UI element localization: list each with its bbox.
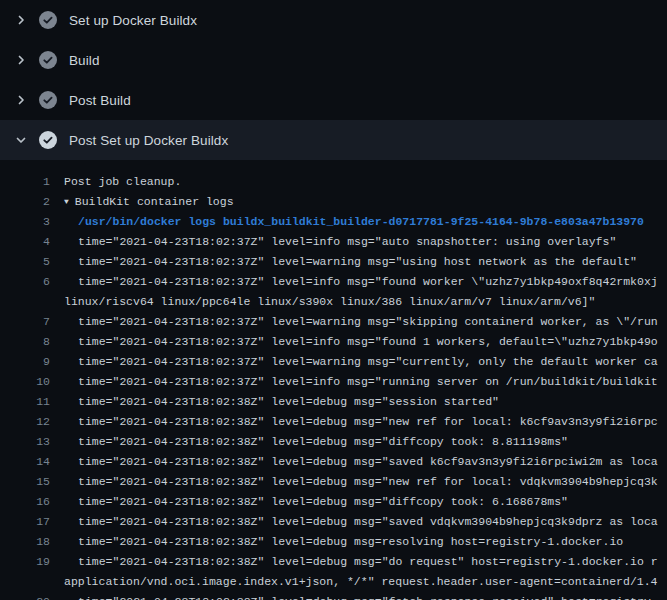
log-line: 14time="2021-04-23T18:02:38Z" level=debu…: [0, 452, 667, 472]
group-expander-icon[interactable]: ▼: [64, 192, 69, 212]
log-line-number[interactable]: 8: [0, 332, 50, 352]
log-text: time="2021-04-23T18:02:38Z" level=debug …: [78, 532, 623, 552]
log-text: time="2021-04-23T18:02:37Z" level=info m…: [78, 332, 658, 352]
step-label: Post Set up Docker Buildx: [69, 133, 228, 148]
log-text-value: /usr/bin/docker logs buildx_buildkit_bui…: [78, 215, 644, 228]
log-text-value: time="2021-04-23T18:02:37Z" level=info m…: [78, 235, 616, 248]
log-line-number[interactable]: 4: [0, 232, 50, 252]
log-text-value: time="2021-04-23T18:02:37Z" level=info m…: [78, 375, 658, 388]
log-text-value: time="2021-04-23T18:02:38Z" level=debug …: [78, 595, 658, 600]
log-line: 12time="2021-04-23T18:02:38Z" level=debu…: [0, 412, 667, 432]
log-text-value: time="2021-04-23T18:02:37Z" level=warnin…: [78, 255, 637, 268]
log-text-value: time="2021-04-23T18:02:37Z" level=warnin…: [78, 315, 658, 328]
log-line-number[interactable]: 13: [0, 432, 50, 452]
log-text: Post job cleanup.: [64, 172, 181, 192]
log-text-value: application/vnd.oci.image.index.v1+json,…: [64, 575, 658, 588]
log-text: time="2021-04-23T18:02:37Z" level=info m…: [78, 372, 658, 392]
log-text: linux/riscv64 linux/ppc64le linux/s390x …: [64, 292, 595, 312]
log-text: time="2021-04-23T18:02:37Z" level=warnin…: [78, 352, 658, 372]
log-line-number: [0, 292, 50, 312]
log-text-value: BuildKit container logs: [75, 195, 234, 208]
step-row-build[interactable]: Build: [0, 40, 667, 80]
log-text-value: time="2021-04-23T18:02:38Z" level=debug …: [78, 515, 658, 528]
log-text-value: time="2021-04-23T18:02:38Z" level=debug …: [78, 435, 568, 448]
check-circle-icon: [39, 11, 57, 29]
log-text: ▼BuildKit container logs: [64, 192, 234, 212]
log-line: 18time="2021-04-23T18:02:38Z" level=debu…: [0, 532, 667, 552]
log-line: 4time="2021-04-23T18:02:37Z" level=info …: [0, 232, 667, 252]
log-line-number[interactable]: 20: [0, 592, 50, 600]
log-line: 8time="2021-04-23T18:02:37Z" level=info …: [0, 332, 667, 352]
check-circle-icon: [39, 131, 57, 149]
step-label: Build: [69, 53, 100, 68]
log-line: 2▼BuildKit container logs: [0, 192, 667, 212]
log-text: time="2021-04-23T18:02:38Z" level=debug …: [78, 412, 658, 432]
log-line-continuation: linux/riscv64 linux/ppc64le linux/s390x …: [0, 292, 667, 312]
steps-list: Set up Docker BuildxBuildPost BuildPost …: [0, 0, 667, 160]
log-line-number: [0, 572, 50, 592]
log-line-number[interactable]: 1: [0, 172, 50, 192]
log-line: 1Post job cleanup.: [0, 172, 667, 192]
chevron-right-icon: [13, 92, 29, 108]
log-line: 11time="2021-04-23T18:02:38Z" level=debu…: [0, 392, 667, 412]
log-text: time="2021-04-23T18:02:38Z" level=debug …: [78, 472, 658, 492]
log-text-value: time="2021-04-23T18:02:37Z" level=info m…: [78, 275, 658, 288]
log-line-number[interactable]: 7: [0, 312, 50, 332]
log-line: 7time="2021-04-23T18:02:37Z" level=warni…: [0, 312, 667, 332]
log-command-text: /usr/bin/docker logs buildx_buildkit_bui…: [78, 212, 644, 232]
log-text-value: linux/riscv64 linux/ppc64le linux/s390x …: [64, 295, 595, 308]
log-text: application/vnd.oci.image.index.v1+json,…: [64, 572, 658, 592]
log-text: time="2021-04-23T18:02:37Z" level=info m…: [78, 272, 658, 292]
chevron-right-icon: [13, 52, 29, 68]
log-text-value: time="2021-04-23T18:02:37Z" level=warnin…: [78, 355, 658, 368]
log-line-number[interactable]: 3: [0, 212, 50, 232]
log-line-number[interactable]: 10: [0, 372, 50, 392]
actions-log-page: Set up Docker BuildxBuildPost BuildPost …: [0, 0, 667, 600]
log-line-number[interactable]: 2: [0, 192, 50, 212]
log-text: time="2021-04-23T18:02:38Z" level=debug …: [78, 432, 568, 452]
log-text-value: time="2021-04-23T18:02:38Z" level=debug …: [78, 555, 658, 568]
log-text: time="2021-04-23T18:02:38Z" level=debug …: [78, 492, 568, 512]
log-text: time="2021-04-23T18:02:37Z" level=info m…: [78, 232, 616, 252]
log-line: 5time="2021-04-23T18:02:37Z" level=warni…: [0, 252, 667, 272]
log-text-value: time="2021-04-23T18:02:38Z" level=debug …: [78, 535, 623, 548]
log-line: 17time="2021-04-23T18:02:38Z" level=debu…: [0, 512, 667, 532]
log-text-value: time="2021-04-23T18:02:38Z" level=debug …: [78, 395, 499, 408]
log-line-number[interactable]: 18: [0, 532, 50, 552]
log-line-number[interactable]: 16: [0, 492, 50, 512]
log-line-number[interactable]: 17: [0, 512, 50, 532]
step-label: Set up Docker Buildx: [69, 13, 197, 28]
log-line: 19time="2021-04-23T18:02:38Z" level=debu…: [0, 552, 667, 572]
chevron-right-icon: [13, 12, 29, 28]
step-label: Post Build: [69, 93, 131, 108]
log-text: time="2021-04-23T18:02:38Z" level=debug …: [78, 552, 658, 572]
log-line-number[interactable]: 5: [0, 252, 50, 272]
log-line: 20time="2021-04-23T18:02:38Z" level=debu…: [0, 592, 667, 600]
log-text-value: time="2021-04-23T18:02:38Z" level=debug …: [78, 495, 568, 508]
log-line: 9time="2021-04-23T18:02:37Z" level=warni…: [0, 352, 667, 372]
log-text-value: time="2021-04-23T18:02:38Z" level=debug …: [78, 455, 658, 468]
step-row-set-up-docker-buildx[interactable]: Set up Docker Buildx: [0, 0, 667, 40]
log-text: time="2021-04-23T18:02:37Z" level=warnin…: [78, 252, 637, 272]
log-line-number[interactable]: 11: [0, 392, 50, 412]
log-line-number[interactable]: 6: [0, 272, 50, 292]
check-circle-icon: [39, 91, 57, 109]
log-text: time="2021-04-23T18:02:38Z" level=debug …: [78, 392, 499, 412]
log-text-value: time="2021-04-23T18:02:38Z" level=debug …: [78, 475, 658, 488]
log-text: time="2021-04-23T18:02:38Z" level=debug …: [78, 452, 658, 472]
chevron-down-icon: [13, 132, 29, 148]
log-line-number[interactable]: 19: [0, 552, 50, 572]
log-text: time="2021-04-23T18:02:38Z" level=debug …: [78, 592, 658, 600]
log-text: time="2021-04-23T18:02:38Z" level=debug …: [78, 512, 658, 532]
log-text-value: Post job cleanup.: [64, 175, 181, 188]
step-row-post-build[interactable]: Post Build: [0, 80, 667, 120]
log-line-number[interactable]: 15: [0, 472, 50, 492]
step-row-post-set-up-docker-buildx[interactable]: Post Set up Docker Buildx: [0, 120, 667, 160]
log-line: 16time="2021-04-23T18:02:38Z" level=debu…: [0, 492, 667, 512]
log-text-value: time="2021-04-23T18:02:38Z" level=debug …: [78, 415, 658, 428]
log-line-number[interactable]: 12: [0, 412, 50, 432]
log-line: 6time="2021-04-23T18:02:37Z" level=info …: [0, 272, 667, 292]
log-line-number[interactable]: 9: [0, 352, 50, 372]
log-line-number[interactable]: 14: [0, 452, 50, 472]
log-line: 15time="2021-04-23T18:02:38Z" level=debu…: [0, 472, 667, 492]
